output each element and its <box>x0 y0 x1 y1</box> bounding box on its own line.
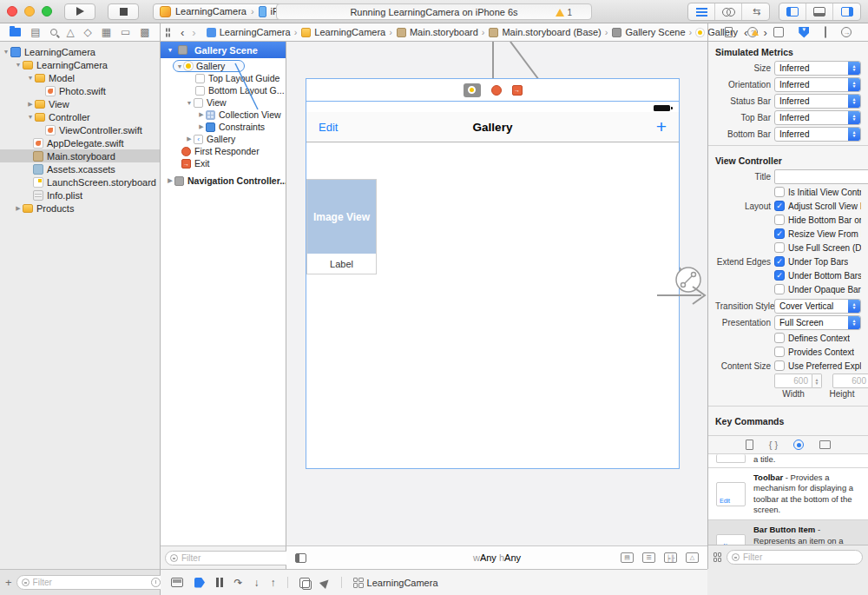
height-stepper[interactable]: 600▲▼ <box>832 374 868 388</box>
file-row[interactable]: ▶View <box>0 97 160 110</box>
outline-row[interactable]: First Responder <box>161 145 286 157</box>
add-bar-button[interactable]: + <box>656 116 667 137</box>
title-field[interactable] <box>774 169 868 184</box>
file-inspector-tab[interactable] <box>725 27 733 37</box>
step-out-button[interactable]: ↑ <box>271 577 276 589</box>
step-over-button[interactable]: ↷ <box>234 577 243 589</box>
checkbox[interactable] <box>774 187 785 197</box>
minimize-window-icon[interactable] <box>24 6 35 17</box>
file-row-selected[interactable]: Main.storyboard <box>0 149 160 162</box>
file-row[interactable]: LaunchScreen.storyboard <box>0 175 160 188</box>
file-row[interactable]: AppDelegate.swift <box>0 136 160 149</box>
library-item[interactable]: Edit Toolbar - Provides a mechanism for … <box>708 468 868 520</box>
bottom-bar-select[interactable]: Inferred▲▼ <box>774 127 861 142</box>
connections-inspector-tab[interactable]: → <box>841 27 852 37</box>
library-view-toggle-icon[interactable] <box>713 552 721 562</box>
storyboard-canvas[interactable]: → Edit Gallery + Image View Label <box>286 42 707 545</box>
orientation-select[interactable]: Inferred▲▼ <box>774 77 861 92</box>
media-library-tab[interactable] <box>819 440 831 449</box>
outline-row[interactable]: Bottom Layout G... <box>161 84 286 96</box>
outline-row[interactable]: ▶Collection View <box>161 109 286 121</box>
file-row[interactable]: ▼Controller <box>0 110 160 123</box>
view-controller-icon[interactable] <box>464 83 481 97</box>
file-row[interactable]: Assets.xcassets <box>0 162 160 175</box>
cell-label[interactable]: Label <box>307 254 376 274</box>
status-bar-select[interactable]: Inferred▲▼ <box>774 94 861 109</box>
toggle-navigator-button[interactable] <box>779 3 806 20</box>
outline-filter-field[interactable] <box>165 551 301 565</box>
scene-header[interactable]: ▼ Gallery Scene <box>161 42 286 58</box>
file-row[interactable]: ViewController.swift <box>0 123 160 136</box>
file-row[interactable]: ▼LearningCamera <box>0 58 160 71</box>
breadcrumb-scene[interactable]: Gallery Scene› <box>612 27 692 37</box>
assistant-editor-button[interactable] <box>715 3 742 20</box>
image-view-placeholder[interactable]: Image View <box>307 180 376 254</box>
version-editor-button[interactable]: ⇆ <box>742 3 769 20</box>
library-item[interactable]: a title. <box>708 454 868 468</box>
toggle-utilities-button[interactable] <box>833 3 860 20</box>
width-stepper[interactable]: 600▲▼ <box>774 374 822 388</box>
forward-button[interactable]: › <box>190 26 197 39</box>
run-button[interactable] <box>64 3 95 20</box>
collection-view-cell[interactable]: Image View Label <box>306 179 377 274</box>
toggle-debug-area-button[interactable] <box>806 3 833 20</box>
project-navigator-tab[interactable] <box>10 28 21 36</box>
breakpoint-navigator-tab[interactable]: ▭ <box>121 26 130 38</box>
file-template-library-tab[interactable] <box>746 440 753 450</box>
issue-navigator-tab[interactable]: △ <box>66 26 74 38</box>
test-navigator-tab[interactable]: ◇ <box>84 26 92 38</box>
view-debugger-button[interactable] <box>299 578 310 588</box>
navigator-filter-field[interactable]: × <box>16 575 180 590</box>
library-filter-field[interactable] <box>727 550 863 565</box>
checkbox[interactable] <box>774 347 785 357</box>
close-window-icon[interactable] <box>7 6 17 17</box>
file-row[interactable]: ▼Model <box>0 71 160 84</box>
step-into-button[interactable]: ↓ <box>254 577 260 589</box>
add-button[interactable]: + <box>5 576 12 589</box>
top-bar-select[interactable]: Inferred▲▼ <box>774 110 861 125</box>
pause-button[interactable] <box>216 578 223 587</box>
toggle-debug-area-button[interactable] <box>171 578 183 587</box>
size-class-control[interactable]: wAny hAny <box>286 552 707 563</box>
checkbox[interactable] <box>774 242 785 253</box>
simulate-location-button[interactable] <box>321 578 330 587</box>
code-snippet-library-tab[interactable]: { } <box>769 440 778 450</box>
outline-row[interactable]: ▼View <box>161 96 286 109</box>
stop-button[interactable] <box>108 3 139 20</box>
navigator-filter-input[interactable] <box>33 578 148 587</box>
breadcrumb-group[interactable]: LearningCamera› <box>301 27 392 37</box>
breakpoints-toggle-button[interactable] <box>194 578 205 588</box>
outline-row[interactable]: ▶‹Gallery <box>161 133 286 145</box>
outline-row[interactable]: ▶Constraints <box>161 121 286 133</box>
checkbox[interactable] <box>774 284 785 294</box>
back-button[interactable]: ‹ <box>179 26 186 39</box>
file-row[interactable]: Photo.swift <box>0 84 160 97</box>
file-row[interactable]: Info.plist <box>0 188 160 202</box>
view-controller-scene[interactable]: → Edit Gallery + Image View Label <box>306 78 680 469</box>
zoom-window-icon[interactable] <box>42 6 52 17</box>
size-inspector-tab[interactable] <box>825 27 826 37</box>
checkbox[interactable] <box>774 333 785 343</box>
outline-row[interactable]: ▶Navigation Controller... <box>161 175 286 187</box>
checkbox[interactable] <box>774 228 785 239</box>
file-row[interactable]: ▶Products <box>0 202 160 215</box>
outline-filter-input[interactable] <box>181 553 296 563</box>
presentation-select[interactable]: Full Screen▲▼ <box>774 315 861 330</box>
attributes-inspector-tab[interactable]: ▼ <box>799 27 809 38</box>
navigation-bar[interactable]: Edit Gallery + <box>306 112 679 142</box>
library-filter-input[interactable] <box>743 552 858 562</box>
breadcrumb-storyboard-base[interactable]: Main.storyboard (Base)› <box>489 27 608 37</box>
breadcrumb-project[interactable]: LearningCamera› <box>207 27 298 37</box>
standard-editor-button[interactable] <box>688 3 715 20</box>
find-navigator-tab[interactable] <box>50 29 57 36</box>
outline-row[interactable]: →Exit <box>161 157 286 169</box>
checkbox[interactable] <box>774 256 785 267</box>
first-responder-icon[interactable] <box>491 85 502 96</box>
debug-process-item[interactable]: LearningCamera <box>353 578 438 588</box>
checkbox[interactable] <box>774 201 785 211</box>
navigation-title[interactable]: Gallery <box>306 121 679 134</box>
checkbox[interactable] <box>774 215 785 225</box>
exit-icon[interactable]: → <box>512 85 523 96</box>
breadcrumb-storyboard[interactable]: Main.storyboard› <box>397 27 485 37</box>
checkbox[interactable] <box>774 270 785 281</box>
